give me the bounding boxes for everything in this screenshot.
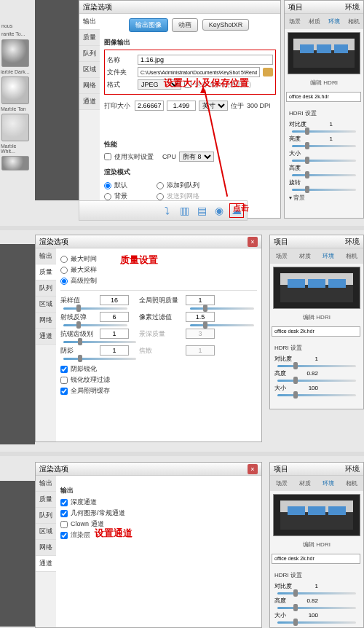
samples-input[interactable] <box>100 295 129 305</box>
tab-queue[interactable]: 队列 <box>36 508 56 524</box>
tab-region[interactable]: 区域 <box>79 62 100 78</box>
tab-queue[interactable]: 队列 <box>79 46 100 62</box>
tab-output[interactable]: 输出 <box>79 14 100 30</box>
tab-network[interactable]: 网络 <box>36 540 56 556</box>
tab-quality[interactable]: 质量 <box>36 264 56 280</box>
renderlayer-cb[interactable] <box>60 532 68 539</box>
gi-slider[interactable] <box>190 307 254 310</box>
name-input[interactable] <box>138 55 273 65</box>
env-tab-cam[interactable]: 相机 <box>343 251 360 262</box>
tab-pass[interactable]: 通道 <box>79 94 100 110</box>
mode-default-radio[interactable] <box>104 182 111 189</box>
q-advanced-radio[interactable] <box>60 278 68 285</box>
contrast-slider[interactable] <box>277 592 356 594</box>
hdri-file-input[interactable] <box>272 554 360 564</box>
tab-region[interactable]: 区域 <box>36 297 56 313</box>
animation-button[interactable]: 动画 <box>172 18 198 32</box>
brightness-slider[interactable] <box>292 145 356 147</box>
size-slider[interactable] <box>277 394 356 396</box>
tab-network[interactable]: 网络 <box>36 313 56 329</box>
pf-slider[interactable] <box>190 324 254 326</box>
rotation-slider[interactable] <box>292 189 356 191</box>
shadow-input[interactable] <box>100 345 129 356</box>
samples-slider[interactable] <box>63 307 127 310</box>
tab-quality[interactable]: 质量 <box>36 492 56 508</box>
mode-queue-radio[interactable] <box>157 182 164 189</box>
mode-send-radio[interactable] <box>157 193 164 200</box>
env-tab-mat[interactable]: 材质 <box>296 478 314 489</box>
clown-cb[interactable] <box>60 521 68 528</box>
normal-cb[interactable] <box>60 510 68 517</box>
q-maxtime-radio[interactable] <box>60 256 68 263</box>
print-h-input[interactable] <box>167 101 196 111</box>
close-icon[interactable]: × <box>248 237 258 247</box>
material-thumb[interactable] <box>1 76 29 104</box>
shadow-slider[interactable] <box>63 358 136 360</box>
bg-header[interactable]: ▾ 背景 <box>289 194 359 202</box>
contrast-slider[interactable] <box>292 130 356 133</box>
hdri-settings-header[interactable]: HDRI 设置 <box>289 109 359 117</box>
env-tab-env[interactable]: 环境 <box>320 478 337 489</box>
gi-quality-input[interactable] <box>186 295 215 305</box>
tab-quality[interactable]: 质量 <box>79 30 100 46</box>
contrast-slider[interactable] <box>277 365 356 367</box>
tab-queue[interactable]: 队列 <box>36 280 56 297</box>
env-tab-mat[interactable]: 材质 <box>306 16 323 27</box>
render-image-button[interactable]: 输出图像 <box>129 18 168 32</box>
print-w-input[interactable] <box>135 101 164 111</box>
project-icon[interactable]: ▤ <box>194 203 209 218</box>
q-maxsamples-radio[interactable] <box>60 267 68 274</box>
aa-input[interactable] <box>100 329 129 339</box>
env-tab-cam[interactable]: 相机 <box>343 478 360 489</box>
material-thumb[interactable] <box>1 114 29 141</box>
dof-input[interactable] <box>186 329 215 339</box>
hdri-preview[interactable] <box>273 267 360 309</box>
depth-cb[interactable] <box>60 499 68 506</box>
keyshotxr-button[interactable]: KeyShotXR <box>202 19 250 31</box>
animation-icon[interactable]: ◉ <box>212 203 226 218</box>
tab-pass[interactable]: 通道 <box>36 329 56 345</box>
browse-folder-icon[interactable] <box>263 68 273 76</box>
height-slider[interactable] <box>277 380 356 382</box>
env-tab-scene[interactable]: 场景 <box>273 478 290 489</box>
tab-pass[interactable]: 通道 <box>36 556 56 572</box>
bounces-input[interactable] <box>100 312 129 322</box>
hdri-preview[interactable] <box>288 32 360 74</box>
size-slider[interactable] <box>277 621 356 624</box>
env-tab-scene[interactable]: 场景 <box>273 251 290 262</box>
cpu-select[interactable]: 所有 8 <box>179 152 214 162</box>
size-slider[interactable] <box>292 160 356 162</box>
aa-slider[interactable] <box>63 341 136 343</box>
hdri-file-input[interactable] <box>272 326 360 337</box>
close-icon[interactable]: × <box>248 464 258 474</box>
tab-region[interactable]: 区域 <box>36 524 56 540</box>
env-tab-mat[interactable]: 材质 <box>296 251 314 262</box>
env-tab-env[interactable]: 环境 <box>325 16 343 27</box>
height-slider[interactable] <box>292 174 356 176</box>
path-input[interactable] <box>138 67 260 77</box>
pixelfilter-input[interactable] <box>186 312 215 322</box>
tab-network[interactable]: 网络 <box>79 78 100 94</box>
hdri-preview[interactable] <box>273 494 360 536</box>
tab-output[interactable]: 输出 <box>36 248 56 264</box>
material-thumb[interactable] <box>1 39 29 67</box>
gi-cache-cb[interactable] <box>60 388 68 395</box>
env-tab-scene[interactable]: 场景 <box>286 16 304 27</box>
env-tab-env[interactable]: 环境 <box>320 251 337 262</box>
print-label: 打印大小 <box>104 101 132 111</box>
mode-bg-radio[interactable] <box>104 193 111 200</box>
library-icon[interactable]: ▥ <box>177 203 191 218</box>
tab-output[interactable]: 输出 <box>36 476 56 492</box>
realtime-checkbox[interactable] <box>104 153 111 160</box>
height-slider[interactable] <box>277 607 356 609</box>
unit-select[interactable]: 英寸 <box>199 101 228 111</box>
env-tab-cam[interactable]: 相机 <box>345 16 363 27</box>
sharpen-cb[interactable] <box>60 377 68 384</box>
edit-hdri-label[interactable]: 编辑 HDRI <box>285 77 363 88</box>
bounces-slider[interactable] <box>63 324 127 326</box>
hdri-file-input[interactable] <box>286 92 361 102</box>
caustics-input[interactable] <box>186 345 215 356</box>
material-thumb[interactable] <box>1 156 29 170</box>
shadow-sharp-cb[interactable] <box>60 366 68 373</box>
import-icon[interactable]: ⤵ <box>159 203 174 218</box>
